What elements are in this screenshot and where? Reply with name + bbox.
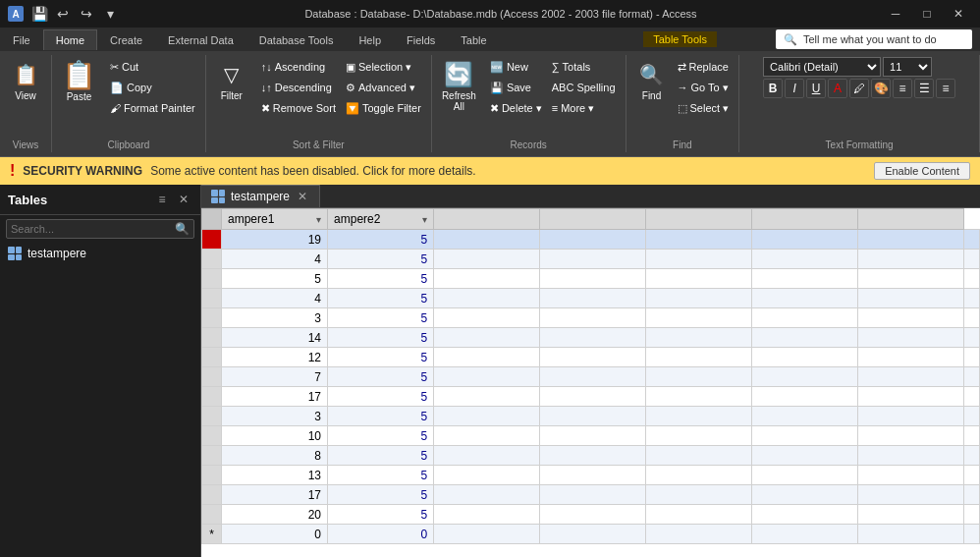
- sidebar-item-testampere[interactable]: testampere: [0, 243, 200, 264]
- delete-button[interactable]: ✖ Delete ▾: [486, 98, 546, 118]
- table-row[interactable]: 85: [202, 446, 980, 466]
- paste-button[interactable]: 📋 Paste: [58, 57, 100, 104]
- sidebar-search-box[interactable]: 🔍: [6, 219, 194, 239]
- table-row[interactable]: 145: [202, 328, 980, 348]
- doc-tab-testampere[interactable]: testampere ✕: [201, 185, 320, 207]
- table-cell[interactable]: 7: [222, 367, 328, 387]
- selection-button[interactable]: ▣ Selection ▾: [342, 57, 425, 77]
- save-quick-btn[interactable]: 💾: [29, 4, 49, 24]
- table-row[interactable]: 175: [202, 485, 980, 505]
- new-button[interactable]: 🆕 New: [486, 57, 546, 77]
- table-cell[interactable]: 10: [222, 426, 328, 446]
- table-row[interactable]: 125: [202, 348, 980, 367]
- enable-content-button[interactable]: Enable Content: [874, 162, 970, 180]
- table-cell[interactable]: 12: [222, 348, 328, 367]
- new-row-cell[interactable]: 0: [222, 525, 328, 544]
- sidebar-search-input[interactable]: [11, 223, 175, 235]
- select-button[interactable]: ⬚ Select ▾: [674, 98, 734, 118]
- advanced-button[interactable]: ⚙ Advanced ▾: [342, 78, 425, 97]
- filter-button[interactable]: ▽ Filter: [212, 57, 251, 103]
- align-center-btn[interactable]: ☰: [914, 79, 934, 98]
- underline-button[interactable]: U: [806, 79, 826, 98]
- table-cell[interactable]: 5: [328, 367, 434, 387]
- align-right-btn[interactable]: ≡: [936, 79, 955, 98]
- sidebar-menu-btn[interactable]: ≡: [153, 191, 171, 208]
- undo-btn[interactable]: ↩: [53, 4, 73, 24]
- tab-file[interactable]: File: [0, 29, 43, 50]
- bg-color-btn[interactable]: 🎨: [871, 79, 891, 98]
- col-header-ampere1[interactable]: ampere1 ▾: [222, 209, 328, 230]
- tab-table[interactable]: Table: [448, 29, 499, 50]
- table-cell[interactable]: 5: [328, 446, 434, 466]
- redo-btn[interactable]: ↪: [77, 4, 96, 24]
- doc-tab-close[interactable]: ✕: [296, 190, 309, 203]
- tab-create[interactable]: Create: [97, 29, 155, 50]
- tab-fields[interactable]: Fields: [394, 29, 448, 50]
- table-cell[interactable]: 17: [222, 485, 328, 505]
- customize-quick-access[interactable]: ▾: [100, 4, 120, 24]
- table-cell[interactable]: 5: [222, 269, 328, 289]
- table-cell[interactable]: 4: [222, 289, 328, 308]
- table-cell[interactable]: 5: [328, 505, 434, 525]
- align-left-btn[interactable]: ≡: [893, 79, 912, 98]
- refresh-button[interactable]: 🔄 RefreshAll: [438, 57, 480, 114]
- italic-button[interactable]: I: [785, 79, 804, 98]
- table-cell[interactable]: 5: [328, 230, 434, 250]
- cut-button[interactable]: ✂ Cut: [106, 57, 199, 77]
- table-row[interactable]: 205: [202, 505, 980, 525]
- table-cell[interactable]: 5: [328, 289, 434, 308]
- tab-help[interactable]: Help: [346, 29, 394, 50]
- table-cell[interactable]: 5: [328, 466, 434, 485]
- save-button[interactable]: 💾 Save: [486, 78, 546, 97]
- table-row[interactable]: 35: [202, 407, 980, 426]
- table-cell[interactable]: 5: [328, 308, 434, 328]
- new-row-cell[interactable]: 0: [328, 525, 434, 544]
- remove-sort-button[interactable]: ✖ Remove Sort: [257, 98, 340, 118]
- table-row[interactable]: 35: [202, 308, 980, 328]
- table-cell[interactable]: 19: [222, 230, 328, 250]
- table-cell[interactable]: 14: [222, 328, 328, 348]
- col-dropdown-ampere1[interactable]: ▾: [316, 214, 321, 225]
- view-button[interactable]: 📋 View: [6, 57, 45, 103]
- font-size-select[interactable]: 11: [883, 57, 932, 77]
- table-row[interactable]: 75: [202, 367, 980, 387]
- find-button[interactable]: 🔍 Find: [632, 57, 672, 103]
- tab-external-data[interactable]: External Data: [155, 29, 246, 50]
- tab-database-tools[interactable]: Database Tools: [246, 29, 347, 50]
- table-cell[interactable]: 4: [222, 250, 328, 269]
- font-name-select[interactable]: Calibri (Detail): [763, 57, 881, 77]
- table-cell[interactable]: 5: [328, 269, 434, 289]
- bold-button[interactable]: B: [763, 79, 783, 98]
- table-cell[interactable]: 5: [328, 328, 434, 348]
- font-color-btn[interactable]: A: [828, 79, 847, 98]
- table-cell[interactable]: 17: [222, 387, 328, 407]
- table-new-row[interactable]: *00: [202, 525, 980, 544]
- table-row[interactable]: 55: [202, 269, 980, 289]
- col-header-ampere2[interactable]: ampere2 ▾: [328, 209, 434, 230]
- descending-button[interactable]: ↓↑ Descending: [257, 78, 340, 97]
- sidebar-close-btn[interactable]: ✕: [175, 191, 192, 208]
- table-row[interactable]: 45: [202, 289, 980, 308]
- table-cell[interactable]: 3: [222, 407, 328, 426]
- spelling-button[interactable]: ABC Spelling: [548, 78, 620, 97]
- toggle-filter-button[interactable]: 🔽 Toggle Filter: [342, 98, 425, 118]
- tell-me-search[interactable]: 🔍 Tell me what you want to do: [776, 29, 972, 49]
- ascending-button[interactable]: ↑↓ Ascending: [257, 57, 340, 77]
- table-cell[interactable]: 20: [222, 505, 328, 525]
- copy-button[interactable]: 📄 Copy: [106, 78, 199, 97]
- table-cell[interactable]: 5: [328, 348, 434, 367]
- minimize-btn[interactable]: ─: [882, 4, 909, 24]
- highlight-btn[interactable]: 🖊: [849, 79, 869, 98]
- table-cell[interactable]: 5: [328, 387, 434, 407]
- table-cell[interactable]: 5: [328, 250, 434, 269]
- replace-button[interactable]: ⇄ Replace: [674, 57, 734, 77]
- table-row[interactable]: 45: [202, 250, 980, 269]
- col-dropdown-ampere2[interactable]: ▾: [422, 214, 427, 225]
- table-cell[interactable]: 5: [328, 426, 434, 446]
- table-row[interactable]: 135: [202, 466, 980, 485]
- maximize-btn[interactable]: □: [913, 4, 941, 24]
- table-cell[interactable]: 13: [222, 466, 328, 485]
- totals-button[interactable]: ∑ Totals: [548, 57, 620, 77]
- table-cell[interactable]: 3: [222, 308, 328, 328]
- tab-home[interactable]: Home: [43, 29, 97, 50]
